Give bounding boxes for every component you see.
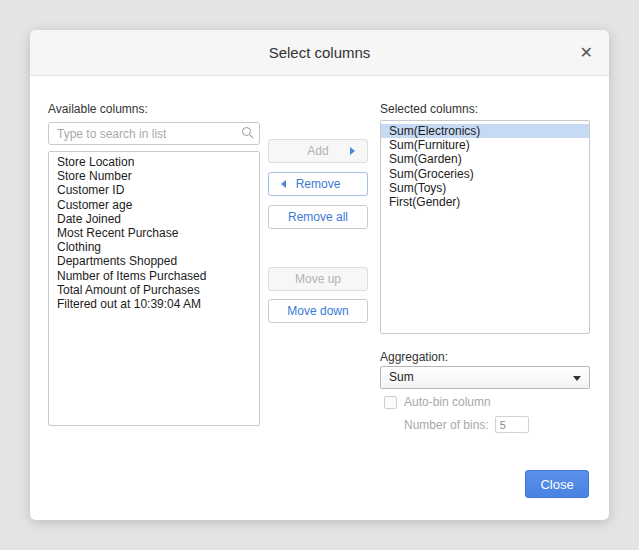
add-button[interactable]: Add	[268, 139, 368, 163]
dialog-header: Select columns ✕	[30, 30, 609, 76]
selected-columns-list[interactable]: Sum(Electronics)Sum(Furniture)Sum(Garden…	[380, 120, 590, 334]
available-columns-label: Available columns:	[48, 102, 148, 116]
select-columns-dialog: Select columns ✕ Available columns: Stor…	[30, 30, 609, 520]
aggregation-label: Aggregation:	[380, 350, 448, 364]
number-of-bins-row: Number of bins:	[404, 416, 529, 433]
available-column-item[interactable]: Store Location	[49, 155, 259, 169]
search-box	[48, 122, 260, 145]
move-down-button[interactable]: Move down	[268, 299, 368, 323]
auto-bin-row: Auto-bin column	[384, 395, 491, 409]
available-column-item[interactable]: Number of Items Purchased	[49, 269, 259, 283]
auto-bin-checkbox[interactable]	[384, 396, 397, 409]
available-column-item[interactable]: Departments Shopped	[49, 254, 259, 268]
selected-column-item[interactable]: Sum(Electronics)	[381, 124, 589, 138]
remove-all-button-label: Remove all	[288, 210, 348, 224]
available-column-item[interactable]: Most Recent Purchase	[49, 226, 259, 240]
number-of-bins-label: Number of bins:	[404, 418, 489, 432]
available-columns-list[interactable]: Store LocationStore NumberCustomer IDCus…	[48, 151, 260, 426]
available-column-item[interactable]: Clothing	[49, 240, 259, 254]
remove-button[interactable]: Remove	[268, 172, 368, 196]
selected-column-item[interactable]: First(Gender)	[381, 195, 589, 209]
available-column-item[interactable]: Date Joined	[49, 212, 259, 226]
selected-column-item[interactable]: Sum(Garden)	[381, 152, 589, 166]
move-up-button[interactable]: Move up	[268, 267, 368, 291]
arrow-right-icon	[350, 147, 355, 155]
close-icon[interactable]: ✕	[580, 43, 593, 63]
available-column-item[interactable]: Filtered out at 10:39:04 AM	[49, 297, 259, 311]
available-column-item[interactable]: Customer ID	[49, 183, 259, 197]
close-button-label: Close	[540, 477, 573, 492]
close-button[interactable]: Close	[525, 470, 589, 498]
number-of-bins-input[interactable]	[495, 416, 529, 433]
chevron-down-icon	[573, 376, 581, 381]
selected-column-item[interactable]: Sum(Groceries)	[381, 167, 589, 181]
available-column-item[interactable]: Customer age	[49, 198, 259, 212]
available-column-item[interactable]: Total Amount of Purchases	[49, 283, 259, 297]
aggregation-value: Sum	[389, 370, 414, 384]
auto-bin-label: Auto-bin column	[404, 395, 491, 409]
arrow-left-icon	[281, 180, 286, 188]
move-down-button-label: Move down	[287, 304, 348, 318]
remove-button-label: Remove	[296, 177, 341, 191]
selected-columns-label: Selected columns:	[380, 102, 478, 116]
remove-all-button[interactable]: Remove all	[268, 205, 368, 229]
search-input[interactable]	[48, 122, 260, 145]
selected-column-item[interactable]: Sum(Toys)	[381, 181, 589, 195]
available-column-item[interactable]: Store Number	[49, 169, 259, 183]
aggregation-dropdown[interactable]: Sum	[380, 366, 590, 389]
dialog-title: Select columns	[30, 44, 609, 61]
selected-column-item[interactable]: Sum(Furniture)	[381, 138, 589, 152]
add-button-label: Add	[307, 144, 328, 158]
move-up-button-label: Move up	[295, 272, 341, 286]
search-icon	[242, 127, 251, 136]
